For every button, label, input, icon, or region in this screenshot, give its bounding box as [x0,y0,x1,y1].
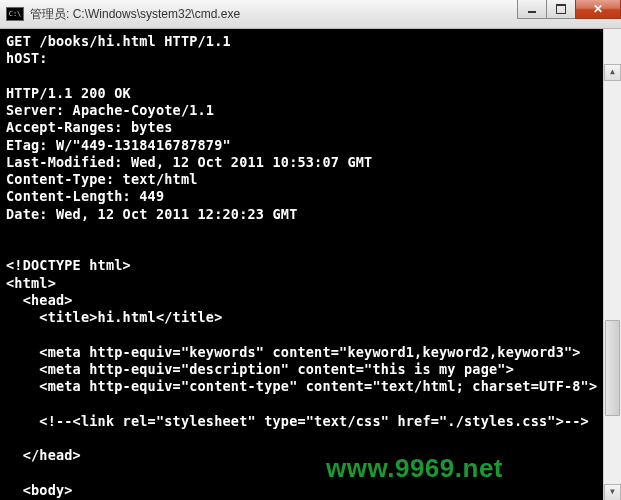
scrollbar-thumb[interactable] [605,320,620,416]
scroll-down-button[interactable]: ▼ [604,484,621,500]
close-button[interactable]: ✕ [575,0,621,19]
watermark-text: www.9969.net [326,452,503,485]
window-controls: ✕ [518,0,621,20]
minimize-icon [528,11,536,13]
cmd-icon: C:\ [6,7,24,21]
terminal-text: GET /books/hi.html HTTP/1.1 hOST: HTTP/1… [6,33,597,500]
vertical-scrollbar[interactable]: ▲ ▼ [603,29,621,500]
minimize-button[interactable] [517,0,547,19]
scroll-up-button[interactable]: ▲ [604,64,621,81]
maximize-icon [556,4,566,14]
window-title: 管理员: C:\Windows\system32\cmd.exe [30,6,240,23]
close-icon: ✕ [593,2,603,16]
terminal-output[interactable]: GET /books/hi.html HTTP/1.1 hOST: HTTP/1… [0,29,621,500]
titlebar[interactable]: C:\ 管理员: C:\Windows\system32\cmd.exe ✕ [0,0,621,29]
cmd-window: C:\ 管理员: C:\Windows\system32\cmd.exe ✕ G… [0,0,621,500]
cmd-icon-text: C:\ [9,11,22,18]
maximize-button[interactable] [546,0,576,19]
